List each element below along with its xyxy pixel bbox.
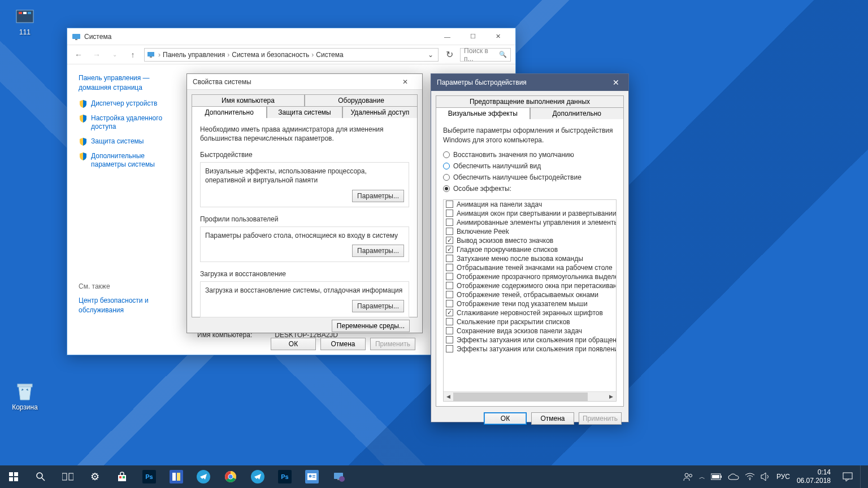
search-input[interactable]: Поиск в п... 🔍 (460, 48, 511, 62)
taskbar-app-ps2[interactable]: Ps (271, 465, 298, 488)
tab-advanced[interactable]: Дополнительно (192, 106, 267, 118)
sidebar-home-link[interactable]: Панель управления — домашняя страница (79, 73, 179, 93)
profiles-settings-button[interactable]: Параметры... (352, 245, 404, 257)
sidebar-see-also-link[interactable]: Центр безопасности и обслуживания (79, 296, 179, 315)
sidebar-link-remote[interactable]: Настройка удаленного доступа (79, 114, 179, 132)
taskview-button[interactable] (54, 465, 81, 488)
wifi-icon[interactable] (745, 473, 755, 481)
sidebar-link-advanced[interactable]: Дополнительные параметры системы (79, 152, 179, 169)
tab-computer-name[interactable]: Имя компьютера (192, 94, 305, 106)
titlebar[interactable]: Система — ☐ ✕ (67, 28, 515, 45)
radio-best-performance[interactable]: Обеспечить наилучшее быстродействие (443, 173, 617, 181)
language-indicator[interactable]: РУС (776, 473, 790, 481)
svg-rect-2 (23, 12, 27, 14)
startup-settings-button[interactable]: Параметры... (352, 300, 404, 312)
tab-visual-effects[interactable]: Визуальные эффекты (436, 107, 530, 119)
radio-custom[interactable]: Особые эффекты: (443, 185, 617, 193)
svg-point-13 (37, 473, 42, 478)
breadcrumb-item[interactable]: Панель управления (163, 51, 225, 59)
tab-remote[interactable]: Удаленный доступ (342, 106, 418, 118)
store-button[interactable] (108, 465, 136, 488)
check-row[interactable]: Сглаживание неровностей экранных шрифтов (444, 308, 616, 317)
search-button[interactable] (27, 465, 54, 488)
refresh-button[interactable]: ↻ (443, 49, 455, 61)
radio-best-appearance[interactable]: Обеспечить наилучший вид (443, 162, 617, 170)
action-center-button[interactable] (835, 465, 860, 488)
scroll-thumb[interactable] (453, 393, 588, 401)
minimize-button[interactable]: — (435, 28, 460, 45)
apply-button[interactable]: Применить (370, 338, 415, 350)
nav-up[interactable]: ↑ (126, 48, 140, 62)
nav-recent[interactable]: ⌄ (108, 48, 121, 62)
check-row[interactable]: Анимированные элементы управления и элем… (444, 218, 616, 227)
taskbar-app-system[interactable] (326, 465, 353, 488)
show-desktop-button[interactable] (860, 465, 868, 488)
close-button[interactable]: ✕ (394, 75, 416, 89)
sidebar-link-devmgr[interactable]: Диспетчер устройств (79, 99, 179, 108)
tab-advanced[interactable]: Дополнительно (530, 107, 624, 119)
people-icon[interactable] (683, 472, 693, 482)
checkbox-icon (446, 291, 453, 298)
settings-button[interactable]: ⚙ (81, 465, 108, 488)
taskbar-app-telegram2[interactable] (244, 465, 271, 488)
tray-chevron-icon[interactable]: ︿ (699, 473, 705, 481)
ok-button[interactable]: ОК (484, 412, 527, 425)
check-row[interactable]: Отбрасывание теней значками на рабочем с… (444, 263, 616, 272)
breadcrumb[interactable]: › Панель управления › Система и безопасн… (144, 48, 439, 62)
scroll-left-icon[interactable]: ◀ (444, 392, 453, 402)
sidebar-link-protection[interactable]: Защита системы (79, 137, 179, 146)
check-row[interactable]: Анимация окон при свертывании и разверты… (444, 209, 616, 218)
check-row[interactable]: Отображение прозрачного прямоугольника в… (444, 272, 616, 281)
check-row[interactable]: Сохранение вида эскизов панели задач (444, 326, 616, 336)
breadcrumb-item[interactable]: Система и безопасность (232, 51, 309, 59)
desktop-icon-recycle[interactable]: Корзина (3, 378, 46, 411)
svg-rect-10 (14, 472, 18, 476)
check-row[interactable]: Гладкое прокручивание списков (444, 245, 616, 254)
desktop-icon-111[interactable]: 111 (3, 3, 46, 36)
scroll-right-icon[interactable]: ▶ (606, 392, 616, 402)
ok-button[interactable]: ОК (271, 338, 316, 350)
check-row[interactable]: Включение Peek (444, 227, 616, 236)
volume-icon[interactable] (761, 472, 771, 481)
apply-button[interactable]: Применить (579, 412, 622, 425)
check-row[interactable]: Отображение тени под указателем мыши (444, 299, 616, 308)
svg-rect-11 (9, 477, 13, 481)
check-row[interactable]: Скольжение при раскрытии списков (444, 317, 616, 326)
check-row[interactable]: Отображение содержимого окна при перетас… (444, 281, 616, 290)
battery-icon[interactable] (711, 473, 722, 480)
taskbar-app-totalcmd[interactable] (163, 465, 190, 488)
check-row[interactable]: Эффекты затухания или скольжения при обр… (444, 336, 616, 345)
taskbar-app-telegram[interactable] (190, 465, 217, 488)
environment-variables-button[interactable]: Переменные среды... (332, 320, 410, 332)
breadcrumb-dropdown[interactable]: ⌄ (428, 51, 433, 59)
clock[interactable]: 0:14 06.07.2018 (795, 468, 835, 485)
horizontal-scrollbar[interactable]: ◀ ▶ (444, 391, 616, 401)
start-button[interactable] (0, 465, 27, 488)
check-row[interactable]: Затухание меню после вызова команды (444, 254, 616, 263)
maximize-button[interactable]: ☐ (460, 28, 485, 45)
taskbar-app-ps[interactable]: Ps (136, 465, 163, 488)
taskbar-app-contacts[interactable] (298, 465, 326, 488)
check-row[interactable]: Вывод эскизов вместо значков (444, 236, 616, 245)
tab-dep[interactable]: Предотвращение выполнения данных (436, 95, 624, 107)
titlebar[interactable]: Параметры быстродействия ✕ (431, 74, 628, 91)
check-row[interactable]: Анимация на панели задач (444, 200, 616, 209)
radio-restore-defaults[interactable]: Восстановить значения по умолчанию (443, 151, 617, 159)
cancel-button[interactable]: Отмена (531, 412, 574, 425)
tab-hardware[interactable]: Оборудование (305, 94, 418, 106)
check-row[interactable]: Отображение теней, отбрасываемых окнами (444, 290, 616, 299)
checkbox-icon (446, 327, 453, 334)
tab-protection[interactable]: Защита системы (267, 106, 342, 118)
close-button[interactable]: ✕ (604, 74, 628, 91)
cancel-button[interactable]: Отмена (320, 338, 366, 350)
titlebar[interactable]: Свойства системы ✕ (187, 74, 422, 90)
check-row[interactable]: Эффекты затухания или скольжения при поя… (444, 345, 616, 354)
onedrive-icon[interactable] (728, 473, 739, 481)
close-button[interactable]: ✕ (485, 28, 511, 45)
nav-back[interactable]: ← (72, 48, 85, 62)
svg-point-34 (689, 474, 692, 477)
breadcrumb-item[interactable]: Система (316, 51, 343, 59)
nav-forward[interactable]: → (90, 48, 103, 62)
taskbar-app-chrome[interactable] (217, 465, 244, 488)
performance-settings-button[interactable]: Параметры... (352, 190, 404, 202)
